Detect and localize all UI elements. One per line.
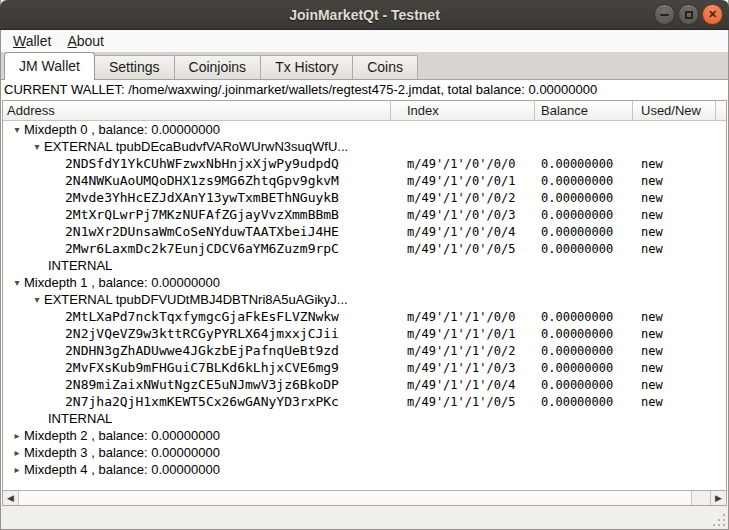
tree-label: EXTERNAL tpubDFVUDtMBJ4DBTNri8A5uAGikyJ.… <box>44 292 348 307</box>
index-cell: m/49'/1'/0'/0/5 <box>391 242 535 256</box>
balance-cell: 0.00000000 <box>535 395 633 409</box>
tree-row-internal[interactable]: INTERNAL <box>3 410 726 427</box>
address-text: 2MtLXaPd7nckTqxfymgcGjaFkEsFLVZNwkw <box>65 309 339 324</box>
balance-cell: 0.00000000 <box>535 208 633 222</box>
balance-cell: 0.00000000 <box>535 344 633 358</box>
tab-settings[interactable]: Settings <box>94 55 175 79</box>
address-row[interactable]: 2Mwr6LaxmDc2k7EunjCDCV6aYM6Zuzm9rpCm/49'… <box>3 240 726 257</box>
menu-wallet-rest: allet <box>26 33 52 49</box>
maximize-button[interactable] <box>678 4 699 25</box>
address-row[interactable]: 2NDHN3gZhADUwwe4JGkzbEjPafnqUeBt9zdm/49'… <box>3 342 726 359</box>
address-text: 2NDHN3gZhADUwwe4JGkzbEjPafnqUeBt9zd <box>65 343 339 358</box>
collapse-icon[interactable]: ▾ <box>30 291 44 308</box>
status-cell: new <box>633 208 726 222</box>
address-text: 2N4NWKuAoUMQoDHX1zs9MG6ZhtqGpv9gkvM <box>65 173 339 188</box>
balance-cell: 0.00000000 <box>535 157 633 171</box>
status-cell: new <box>633 344 726 358</box>
tab-coins[interactable]: Coins <box>352 55 418 79</box>
app-window: JoinMarketQt - Testnet ✕ Wallet About JM… <box>0 0 729 530</box>
collapse-icon[interactable]: ▾ <box>30 138 44 155</box>
tree-row-mixdepth[interactable]: ▸Mixdepth 2 , balance: 0.00000000 <box>3 427 726 444</box>
current-wallet-label: CURRENT WALLET: /home/waxwing/.joinmarke… <box>1 80 728 100</box>
tree-label: Mixdepth 0 , balance: 0.00000000 <box>24 122 220 137</box>
collapse-icon[interactable]: ▾ <box>10 121 24 138</box>
index-cell: m/49'/1'/0'/0/4 <box>391 225 535 239</box>
index-cell: m/49'/1'/1'/0/4 <box>391 378 535 392</box>
balance-cell: 0.00000000 <box>535 174 633 188</box>
status-cell: new <box>633 157 726 171</box>
address-text: 2N2jVQeVZ9w3kttRCGyPYRLX64jmxxjCJii <box>65 326 339 341</box>
balance-cell: 0.00000000 <box>535 361 633 375</box>
tab-tx-history[interactable]: Tx History <box>260 55 353 79</box>
column-header-balance[interactable]: Balance <box>535 101 633 120</box>
balance-cell: 0.00000000 <box>535 378 633 392</box>
tree-body: ▾Mixdepth 0 , balance: 0.00000000▾EXTERN… <box>3 121 726 478</box>
tab-jm-wallet[interactable]: JM Wallet <box>4 52 95 80</box>
menu-item-about[interactable]: About <box>59 32 112 50</box>
tree-row-internal[interactable]: INTERNAL <box>3 257 726 274</box>
tree-row-branch[interactable]: ▾EXTERNAL tpubDFVUDtMBJ4DBTNri8A5uAGikyJ… <box>3 291 726 308</box>
collapse-icon[interactable]: ▾ <box>10 274 24 291</box>
status-cell: new <box>633 225 726 239</box>
close-button[interactable]: ✕ <box>702 4 723 25</box>
tree-header: Address Index Balance Used/New <box>3 101 726 121</box>
horizontal-scrollbar[interactable]: ◀ ▶ <box>3 490 726 505</box>
address-row[interactable]: 2Mvde3YhHcEZJdXAnY13ywTxmBEThNGuykBm/49'… <box>3 189 726 206</box>
tree-label: Mixdepth 2 , balance: 0.00000000 <box>24 428 220 443</box>
resize-grip-icon[interactable] <box>712 513 725 526</box>
tree-row-mixdepth[interactable]: ▾Mixdepth 0 , balance: 0.00000000 <box>3 121 726 138</box>
expand-icon[interactable]: ▸ <box>10 427 24 444</box>
address-text: 2MtXrQLwrPj7MKzNUFAfZGjayVvzXmmBBmB <box>65 207 339 222</box>
scrollbar-track[interactable] <box>692 491 710 505</box>
window-controls: ✕ <box>654 4 723 25</box>
status-cell: new <box>633 395 726 409</box>
address-row[interactable]: 2MtLXaPd7nckTqxfymgcGjaFkEsFLVZNwkwm/49'… <box>3 308 726 325</box>
status-cell: new <box>633 361 726 375</box>
menu-item-wallet[interactable]: Wallet <box>5 32 59 50</box>
minimize-button[interactable] <box>654 4 675 25</box>
tree-label: Mixdepth 4 , balance: 0.00000000 <box>24 462 220 477</box>
status-cell: new <box>633 378 726 392</box>
index-cell: m/49'/1'/1'/0/1 <box>391 327 535 341</box>
tree-label: Mixdepth 1 , balance: 0.00000000 <box>24 275 220 290</box>
column-header-index[interactable]: Index <box>391 101 535 120</box>
address-text: 2N1wXr2DUnsaWmCoSeNYduwTAATXbeiJ4HE <box>65 224 339 239</box>
address-row[interactable]: 2N89miZaixNWutNgzCE5uNJmwV3jz6BkoDPm/49'… <box>3 376 726 393</box>
status-bar <box>1 506 728 529</box>
address-row[interactable]: 2N2jVQeVZ9w3kttRCGyPYRLX64jmxxjCJiim/49'… <box>3 325 726 342</box>
address-row[interactable]: 2N4NWKuAoUMQoDHX1zs9MG6ZhtqGpv9gkvMm/49'… <box>3 172 726 189</box>
index-cell: m/49'/1'/1'/0/0 <box>391 310 535 324</box>
address-row[interactable]: 2N7jha2QjH1xmKEWT5Cx26wGANyYD3rxPKcm/49'… <box>3 393 726 410</box>
index-cell: m/49'/1'/1'/0/2 <box>391 344 535 358</box>
scroll-right-icon[interactable]: ▶ <box>710 491 726 505</box>
tree-row-mixdepth[interactable]: ▸Mixdepth 4 , balance: 0.00000000 <box>3 461 726 478</box>
scrollbar-thumb[interactable] <box>19 491 692 505</box>
tab-coinjoins[interactable]: Coinjoins <box>174 55 262 79</box>
tree-label: INTERNAL <box>48 258 112 273</box>
status-cell: new <box>633 327 726 341</box>
tree-empty-area <box>3 478 726 490</box>
address-text: 2MvFXsKub9mFHGuiC7BLKd6kLhjxCVE6mg9 <box>65 360 339 375</box>
tree-row-branch[interactable]: ▾EXTERNAL tpubDEcaBudvfVARoWUrwN3suqWfU.… <box>3 138 726 155</box>
index-cell: m/49'/1'/0'/0/3 <box>391 208 535 222</box>
expand-icon[interactable]: ▸ <box>10 461 24 478</box>
expand-icon[interactable]: ▸ <box>10 444 24 461</box>
menu-about-rest: bout <box>77 33 104 49</box>
balance-cell: 0.00000000 <box>535 310 633 324</box>
address-row[interactable]: 2N1wXr2DUnsaWmCoSeNYduwTAATXbeiJ4HEm/49'… <box>3 223 726 240</box>
tab-bar: JM Wallet Settings Coinjoins Tx History … <box>1 52 728 80</box>
column-header-address[interactable]: Address <box>3 101 391 120</box>
status-cell: new <box>633 174 726 188</box>
scroll-left-icon[interactable]: ◀ <box>3 491 19 505</box>
menu-wallet-accel: W <box>13 33 26 49</box>
column-header-used-new[interactable]: Used/New <box>633 101 716 120</box>
tree-row-mixdepth[interactable]: ▸Mixdepth 3 , balance: 0.00000000 <box>3 444 726 461</box>
address-row[interactable]: 2MtXrQLwrPj7MKzNUFAfZGjayVvzXmmBBmBm/49'… <box>3 206 726 223</box>
tree-row-mixdepth[interactable]: ▾Mixdepth 1 , balance: 0.00000000 <box>3 274 726 291</box>
column-header-filler <box>716 101 726 120</box>
close-icon: ✕ <box>708 9 717 20</box>
status-cell: new <box>633 191 726 205</box>
address-row[interactable]: 2NDSfdY1YkCUhWFzwxNbHnjxXjwPy9udpdQm/49'… <box>3 155 726 172</box>
index-cell: m/49'/1'/0'/0/0 <box>391 157 535 171</box>
address-row[interactable]: 2MvFXsKub9mFHGuiC7BLKd6kLhjxCVE6mg9m/49'… <box>3 359 726 376</box>
